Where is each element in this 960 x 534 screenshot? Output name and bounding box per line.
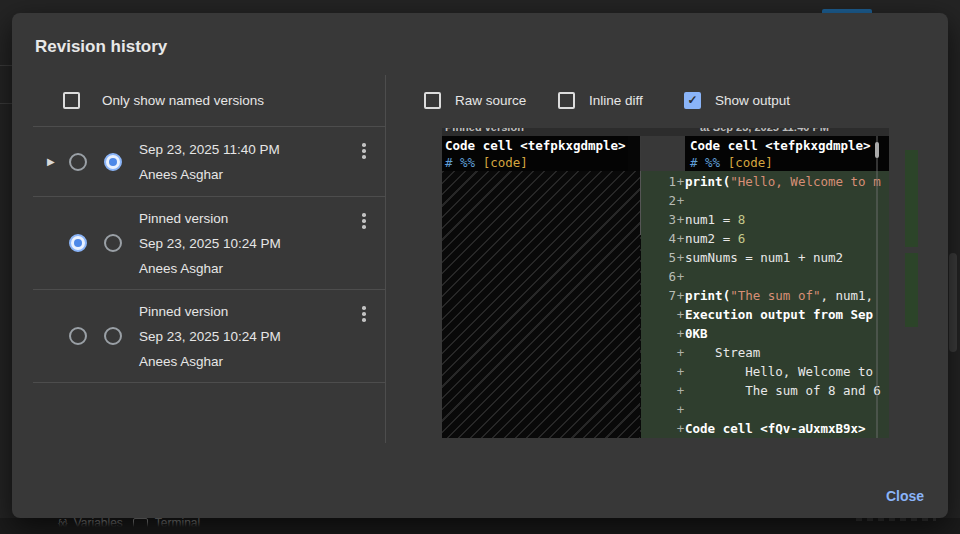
- panel-divider: [385, 75, 386, 443]
- inline-diff-checkbox[interactable]: [558, 92, 575, 109]
- diff-scrolled-header: Pinned version at Sep 23, 2025 11:40 PM: [442, 128, 889, 136]
- diff-added-line: 3+num1 = 8: [641, 210, 889, 229]
- line-number: 5: [641, 249, 676, 267]
- line-number: 7: [641, 287, 676, 305]
- old-cell-title: Code cell <tefpkxgdmple>: [445, 137, 626, 155]
- diff-plus-sign: +: [676, 268, 685, 286]
- diff-minimap-added-segment: [905, 253, 918, 327]
- line-number: 3: [641, 211, 676, 229]
- diff-plus-sign: +: [676, 401, 685, 419]
- version-name: Pinned version: [139, 299, 355, 324]
- diff-plus-sign: +: [676, 192, 685, 210]
- diff-added-line: 5+sumNums = num1 + num2: [641, 248, 889, 267]
- background-divider: [0, 103, 12, 104]
- diff-added-block: 1+print("Hello, Welcome to m2+3+num1 = 8…: [641, 171, 889, 438]
- compare-from-radio[interactable]: [69, 327, 87, 345]
- diff-right-header-clipped: at Sep 23, 2025 11:40 PM: [700, 128, 829, 133]
- diff-new-scrollbar-track: [876, 136, 878, 438]
- diff-plus-sign: +: [676, 363, 685, 381]
- line-content: Hello, Welcome to: [685, 363, 889, 381]
- compare-to-radio[interactable]: [104, 153, 122, 171]
- diff-plus-sign: +: [676, 382, 685, 400]
- version-date: Sep 23, 2025 11:40 PM: [139, 137, 355, 162]
- diff-plus-sign: +: [676, 249, 685, 267]
- version-author: Anees Asghar: [139, 349, 355, 374]
- diff-added-line: 2+: [641, 191, 889, 210]
- named-versions-filter-row: Only show named versions: [33, 75, 385, 127]
- background-bottom-bar: {x} Variables Terminal: [0, 518, 960, 534]
- diff-option-inline-diff: Inline diff: [558, 91, 643, 109]
- line-content: num2 = 6: [685, 230, 889, 248]
- diff-plus-sign: +: [676, 287, 685, 305]
- version-row: Pinned versionSep 23, 2025 10:24 PMAnees…: [33, 290, 385, 383]
- version-author: Anees Asghar: [139, 256, 355, 281]
- version-list-panel: Only show named versions ▶Sep 23, 2025 1…: [33, 75, 385, 383]
- version-row: Pinned versionSep 23, 2025 10:24 PMAnees…: [33, 197, 385, 290]
- colab-page: {x} Variables Terminal Revision history …: [0, 0, 960, 534]
- new-cell-title: Code cell <tefpkxgdmple>: [690, 137, 871, 155]
- only-named-versions-checkbox[interactable]: [63, 92, 80, 109]
- diff-plus-sign: +: [676, 211, 685, 229]
- version-info: Pinned versionSep 23, 2025 10:24 PMAnees…: [139, 206, 355, 281]
- line-content: The sum of 8 and 6: [685, 382, 889, 400]
- diff-removed-hatch: [442, 171, 640, 438]
- diff-plus-sign: +: [676, 230, 685, 248]
- diff-added-line: 6+: [641, 267, 889, 286]
- diff-added-line: 1+print("Hello, Welcome to m: [641, 172, 889, 191]
- new-cell-meta: # %% [code]: [690, 154, 773, 172]
- option-label: Inline diff: [589, 93, 643, 108]
- diff-pane-new: 1+print("Hello, Welcome to m2+3+num1 = 8…: [641, 136, 889, 438]
- diff-plus-sign: +: [676, 420, 685, 438]
- dialog-title: Revision history: [35, 37, 167, 57]
- show-output-checkbox[interactable]: [684, 92, 701, 109]
- diff-added-line: + The sum of 8 and 6: [641, 381, 889, 400]
- expand-arrow-icon[interactable]: ▶: [47, 156, 69, 167]
- version-row: ▶Sep 23, 2025 11:40 PMAnees Asghar: [33, 127, 385, 197]
- close-button[interactable]: Close: [882, 486, 928, 506]
- compare-from-radio[interactable]: [69, 234, 87, 252]
- line-content: sumNums = num1 + num2: [685, 249, 889, 267]
- diff-added-line: 4+num2 = 6: [641, 229, 889, 248]
- line-content: num1 = 8: [685, 211, 889, 229]
- option-label: Raw source: [455, 93, 526, 108]
- old-cell-meta: # %% [code]: [445, 154, 528, 172]
- diff-left-header-clipped: Pinned version: [445, 128, 524, 133]
- diff-option-raw-source: Raw source: [424, 91, 526, 109]
- line-content: print("Hello, Welcome to m: [685, 173, 889, 191]
- raw-source-checkbox[interactable]: [424, 92, 441, 109]
- diff-added-line: + Hello, Welcome to: [641, 362, 889, 381]
- diff-added-line: +Execution output from Sep: [641, 305, 889, 324]
- compare-from-radio[interactable]: [69, 153, 87, 171]
- diff-added-line: 7+print("The sum of", num1,: [641, 286, 889, 305]
- version-more-options-button[interactable]: [355, 210, 373, 232]
- diff-plus-sign: +: [676, 173, 685, 191]
- version-date: Sep 23, 2025 10:24 PM: [139, 231, 355, 256]
- line-content: print("The sum of", num1,: [685, 287, 889, 305]
- line-content: 0KB: [685, 325, 889, 343]
- diff-plus-sign: +: [676, 325, 685, 343]
- diff-pane-old: Code cell <tefpkxgdmple> # %% [code]: [442, 136, 640, 438]
- line-number: 2: [641, 192, 676, 210]
- line-number: 4: [641, 230, 676, 248]
- diff-plus-sign: +: [676, 306, 685, 324]
- diff-plus-sign: +: [676, 344, 685, 362]
- line-content: Stream: [685, 344, 889, 362]
- version-author: Anees Asghar: [139, 162, 355, 187]
- version-date: Sep 23, 2025 10:24 PM: [139, 324, 355, 349]
- version-info: Sep 23, 2025 11:40 PMAnees Asghar: [139, 137, 355, 187]
- diff-added-line: +Code cell <fQv-aUxmxB9x>: [641, 419, 889, 438]
- page-scrollbar-thumb[interactable]: [949, 253, 957, 352]
- compare-to-radio[interactable]: [104, 234, 122, 252]
- background-divider: [0, 65, 12, 66]
- line-content: Execution output from Sep: [685, 306, 889, 324]
- diff-option-show-output: Show output: [684, 91, 790, 109]
- line-content: Code cell <fQv-aUxmxB9x>: [685, 420, 889, 438]
- diff-added-line: +0KB: [641, 324, 889, 343]
- compare-to-radio[interactable]: [104, 327, 122, 345]
- line-number: 6: [641, 268, 676, 286]
- version-more-options-button[interactable]: [355, 140, 373, 162]
- diff-added-line: +: [641, 400, 889, 419]
- version-name: Pinned version: [139, 206, 355, 231]
- diff-new-scrollbar-thumb[interactable]: [875, 142, 879, 158]
- version-more-options-button[interactable]: [355, 303, 373, 325]
